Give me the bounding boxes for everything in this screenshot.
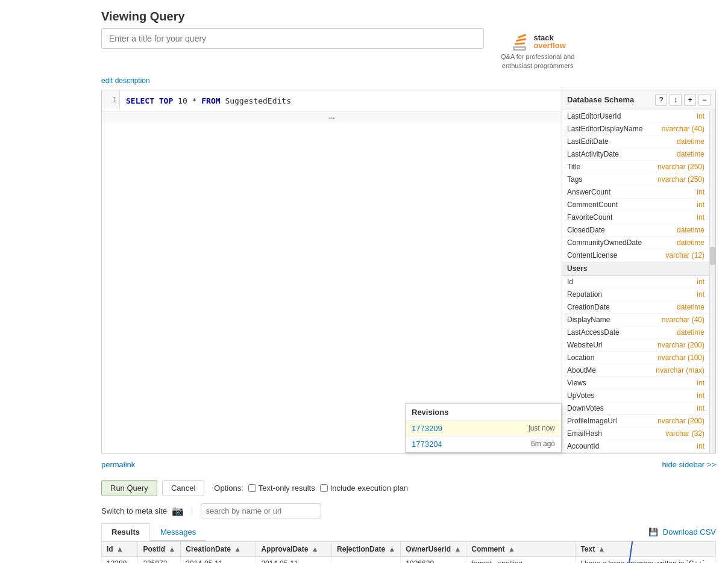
results-table: Id ▲ PostId ▲ CreationDate ▲ ApprovalDat… [101, 541, 716, 563]
cell-creationdate: 2014-05-11 20:53:19 [181, 556, 256, 563]
switch-meta-label: Switch to meta site [101, 506, 167, 515]
svg-rect-4 [518, 34, 526, 39]
revision-row[interactable]: 1773209 just now [406, 421, 561, 437]
query-title-input[interactable] [101, 28, 484, 49]
schema-field-row[interactable]: LastEditorUserId int [562, 110, 709, 123]
schema-field-row[interactable]: Reputation int [562, 288, 709, 301]
col-header-approvaldate[interactable]: ApprovalDate ▲ [256, 541, 332, 556]
svg-rect-1 [513, 49, 526, 51]
schema-field-row[interactable]: EmailHash varchar (32) [562, 428, 709, 440]
schema-field-row[interactable]: AnswerCount int [562, 186, 709, 199]
cell-owneruserid: 1926629 [401, 556, 466, 563]
schema-add-btn[interactable]: + [684, 94, 696, 106]
table-header-row: Id ▲ PostId ▲ CreationDate ▲ ApprovalDat… [102, 541, 716, 556]
schema-field-row[interactable]: UpVotes int [562, 390, 709, 402]
schema-field-row[interactable]: Title nvarchar (250) [562, 161, 709, 173]
schema-field-row[interactable]: FavoriteCount int [562, 211, 709, 224]
revision-time-1: 6m ago [531, 440, 555, 448]
download-icon: 💾 [648, 527, 658, 537]
cancel-button[interactable]: Cancel [162, 480, 204, 496]
schema-remove-btn[interactable]: − [698, 94, 711, 106]
schema-field-row[interactable]: Id int [562, 276, 709, 288]
schema-field-row[interactable]: CommunityOwnedDate datetime [562, 237, 709, 249]
schema-section-users[interactable]: Users [562, 262, 709, 276]
schema-list: LastEditorUserId int LastEditorDisplayNa… [562, 110, 709, 453]
results-tabs: Results Messages [101, 523, 206, 541]
line-numbers: 1 [102, 90, 120, 109]
tab-results[interactable]: Results [101, 523, 150, 541]
revisions-popup: Revisions 1773209 just now 1773204 6m ag… [405, 403, 562, 453]
cell-rejectiondate [332, 556, 401, 563]
schema-field-row[interactable]: ProfileImageUrl nvarchar (200) [562, 415, 709, 428]
tab-messages[interactable]: Messages [150, 523, 206, 541]
schema-field-row[interactable]: AccountId int [562, 440, 709, 453]
schema-sort-btn[interactable]: ↕ [670, 94, 682, 106]
revision-link-0[interactable]: 1773209 [412, 424, 442, 433]
col-header-creationdate[interactable]: CreationDate ▲ [181, 541, 256, 556]
run-query-row: Run Query Cancel Options: Text-only resu… [101, 475, 716, 501]
text-only-checkbox-label[interactable]: Text-only results [248, 484, 315, 493]
tabs-download-row: Results Messages 💾 Download CSV [101, 523, 716, 541]
meta-icon: 📷 [172, 505, 184, 517]
schema-field-row[interactable]: LastEditDate datetime [562, 135, 709, 148]
operator-star: * [192, 96, 197, 105]
schema-field-row[interactable]: LastEditorDisplayName nvarchar (40) [562, 123, 709, 135]
col-header-owneruserid[interactable]: OwnerUserId ▲ [401, 541, 466, 556]
text-only-checkbox[interactable] [248, 484, 256, 492]
table-row[interactable]: 13289... 235972... 2014-05-11 20:53:19 2… [102, 556, 716, 563]
edit-description-link[interactable]: edit description [101, 76, 150, 85]
svg-rect-3 [516, 38, 526, 42]
keyword-top: TOP [159, 96, 173, 105]
col-header-comment[interactable]: Comment ▲ [466, 541, 576, 556]
hide-sidebar-link[interactable]: hide sidebar >> [662, 460, 716, 469]
schema-scrollbar[interactable] [709, 110, 715, 453]
schema-header: Database Schema ? ↕ + − [562, 90, 715, 110]
col-header-postid[interactable]: PostId ▲ [138, 541, 181, 556]
keyword-select: SELECT [126, 96, 154, 105]
schema-field-row[interactable]: DisplayName nvarchar (40) [562, 314, 709, 326]
scroll-indicator: ••• [102, 111, 562, 123]
permalink-link[interactable]: permalink [101, 460, 135, 469]
schema-field-row[interactable]: ClosedDate datetime [562, 224, 709, 237]
revision-row[interactable]: 1773204 6m ago [406, 437, 561, 452]
schema-controls: ? ↕ + − [655, 94, 711, 106]
execution-plan-checkbox-label[interactable]: Include execution plan [320, 484, 408, 493]
cell-text: I have a large program written in `C++` … [576, 556, 716, 563]
table-name: SuggestedEdits [225, 96, 291, 105]
schema-field-row[interactable]: WebsiteUrl nvarchar (200) [562, 339, 709, 352]
download-csv-link[interactable]: 💾 Download CSV [648, 527, 716, 537]
results-container: Id ▲ PostId ▲ CreationDate ▲ ApprovalDat… [101, 541, 716, 563]
revisions-header: Revisions [406, 404, 561, 421]
schema-field-row[interactable]: LastAccessDate datetime [562, 326, 709, 339]
cell-postid: 235972... [138, 556, 181, 563]
schema-field-row[interactable]: AboutMe nvarchar (max) [562, 364, 709, 377]
cell-approvaldate: 2014-05-11 20:55:33 [256, 556, 332, 563]
db-schema-sidebar: Database Schema ? ↕ + − LastEditorUserId… [562, 90, 716, 453]
schema-field-row[interactable]: Views int [562, 377, 709, 390]
revision-link-1[interactable]: 1773204 [412, 440, 442, 449]
schema-field-row[interactable]: LastActivityDate datetime [562, 148, 709, 161]
schema-help-btn[interactable]: ? [655, 94, 667, 106]
run-query-button[interactable]: Run Query [101, 480, 157, 496]
schema-field-row[interactable]: ContentLicense varchar (12) [562, 249, 709, 262]
so-logo-icon [509, 31, 531, 52]
code-content[interactable]: SELECT TOP 10 * FROM SuggestedEdits [102, 90, 562, 112]
col-header-text[interactable]: Text ▲ [576, 541, 716, 556]
revision-time-0: just now [529, 424, 555, 432]
svg-rect-6 [524, 46, 526, 51]
col-header-id[interactable]: Id ▲ [102, 541, 138, 556]
execution-plan-checkbox[interactable] [320, 484, 328, 492]
schema-title: Database Schema [567, 95, 634, 104]
schema-field-row[interactable]: Location nvarchar (100) [562, 352, 709, 364]
cell-comment: format , spelling [466, 556, 576, 563]
code-editor[interactable]: 1 SELECT TOP 10 * FROM SuggestedEdits Re… [101, 90, 562, 453]
page-title: Viewing Query [101, 10, 716, 23]
schema-field-row[interactable]: CommentCount int [562, 199, 709, 211]
schema-field-row[interactable]: Tags nvarchar (250) [562, 173, 709, 186]
svg-rect-0 [513, 46, 526, 48]
svg-rect-2 [515, 42, 525, 45]
meta-search-input[interactable] [201, 503, 321, 518]
schema-field-row[interactable]: CreationDate datetime [562, 301, 709, 314]
schema-field-row[interactable]: DownVotes int [562, 402, 709, 415]
col-header-rejectiondate[interactable]: RejectionDate ▲ [332, 541, 401, 556]
